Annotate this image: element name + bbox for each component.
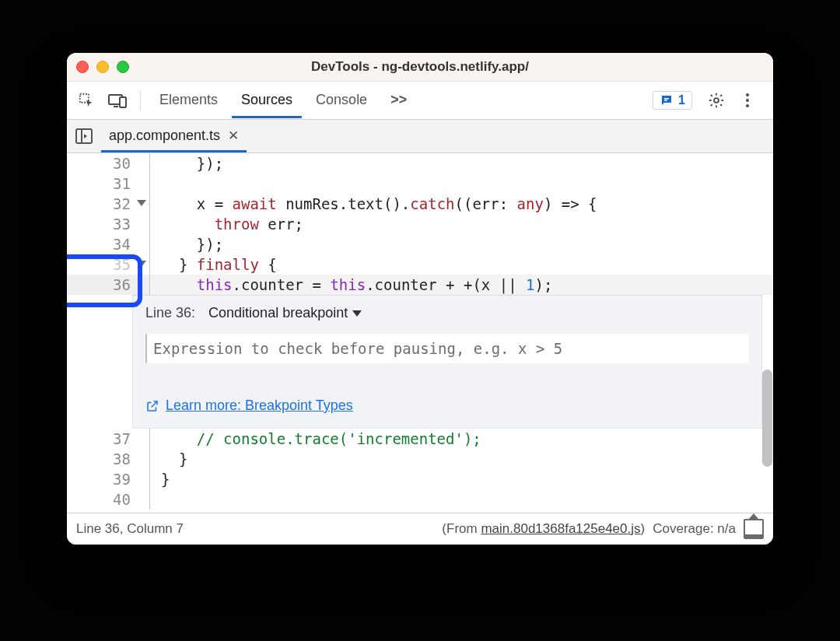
external-link-icon: [145, 399, 159, 413]
breakpoint-line-label: Line 36:: [145, 305, 195, 321]
scrollbar[interactable]: [762, 370, 772, 467]
svg-point-8: [746, 104, 749, 107]
close-file-icon[interactable]: ✕: [228, 128, 239, 144]
breakpoint-header: Line 36: Conditional breakpoint: [145, 305, 749, 321]
maximize-window-button[interactable]: [117, 61, 129, 73]
minimize-window-button[interactable]: [96, 61, 109, 73]
breakpoint-type-dropdown[interactable]: Conditional breakpoint: [208, 305, 362, 321]
file-tab-label: app.component.ts: [109, 128, 220, 144]
show-drawer-icon[interactable]: [744, 519, 764, 539]
file-tab[interactable]: app.component.ts ✕: [101, 121, 247, 152]
code-editor[interactable]: 30 }); 31 32 x = await numRes.text().cat…: [67, 153, 773, 513]
svg-rect-4: [664, 100, 667, 101]
code-line: 31: [67, 173, 773, 194]
status-bar: Line 36, Column 7 (From main.80d1368fa12…: [67, 513, 773, 545]
window-controls: [76, 61, 129, 73]
code-line: 40: [67, 489, 773, 510]
breakpoint-condition-input[interactable]: [145, 334, 749, 363]
file-tab-bar: app.component.ts ✕: [67, 120, 773, 153]
separator: [140, 90, 141, 110]
breakpoint-learn-more-link[interactable]: Learn more: Breakpoint Types: [166, 398, 353, 414]
inspect-element-icon[interactable]: [73, 87, 100, 114]
devtools-window: DevTools - ng-devtools.netlify.app/ Elem…: [67, 53, 773, 545]
sourcemap-link[interactable]: main.80d1368fa125e4e0.js: [481, 521, 640, 536]
sourcemap-info: (From main.80d1368fa125e4e0.js): [442, 521, 645, 537]
code-line: 30 });: [67, 153, 773, 173]
code-line: 38 }: [67, 449, 773, 469]
cursor-position: Line 36, Column 7: [76, 521, 184, 537]
code-line: 35 } finally {: [67, 254, 773, 275]
messages-count: 1: [678, 93, 685, 107]
window-title: DevTools - ng-devtools.netlify.app/: [67, 59, 773, 75]
chevron-down-icon: [352, 310, 362, 317]
svg-point-7: [746, 99, 749, 102]
coverage-label: Coverage: n/a: [653, 521, 736, 537]
tab-sources[interactable]: Sources: [232, 84, 302, 117]
navigator-toggle-icon[interactable]: [72, 123, 96, 149]
breakpoint-editor: Line 36: Conditional breakpoint Learn mo…: [132, 295, 762, 429]
tab-elements[interactable]: Elements: [150, 84, 227, 117]
code-line: 37 // console.trace('incremented');: [67, 429, 773, 449]
device-toolbar-icon[interactable]: [104, 87, 131, 114]
settings-icon[interactable]: [703, 87, 730, 114]
code-line: 32 x = await numRes.text().catch((err: a…: [67, 194, 773, 214]
svg-point-6: [746, 93, 749, 96]
messages-indicator[interactable]: 1: [653, 91, 692, 110]
svg-point-5: [714, 98, 719, 103]
close-window-button[interactable]: [76, 61, 89, 73]
code-line: 33 throw err;: [67, 214, 773, 234]
tab-console[interactable]: Console: [306, 84, 376, 117]
more-icon[interactable]: [734, 87, 761, 114]
code-line: 36 this.counter = this.counter + +(x || …: [67, 275, 773, 295]
code-line: 39}: [67, 469, 773, 489]
breakpoint-learn-more[interactable]: Learn more: Breakpoint Types: [145, 398, 353, 414]
panel-tabs: Elements Sources Console >>: [150, 84, 416, 117]
titlebar: DevTools - ng-devtools.netlify.app/: [67, 53, 773, 82]
tab-overflow[interactable]: >>: [381, 84, 416, 117]
svg-rect-2: [120, 97, 126, 107]
main-toolbar: Elements Sources Console >> 1: [67, 82, 773, 120]
svg-rect-3: [664, 98, 669, 100]
code-line: 34 });: [67, 234, 773, 254]
